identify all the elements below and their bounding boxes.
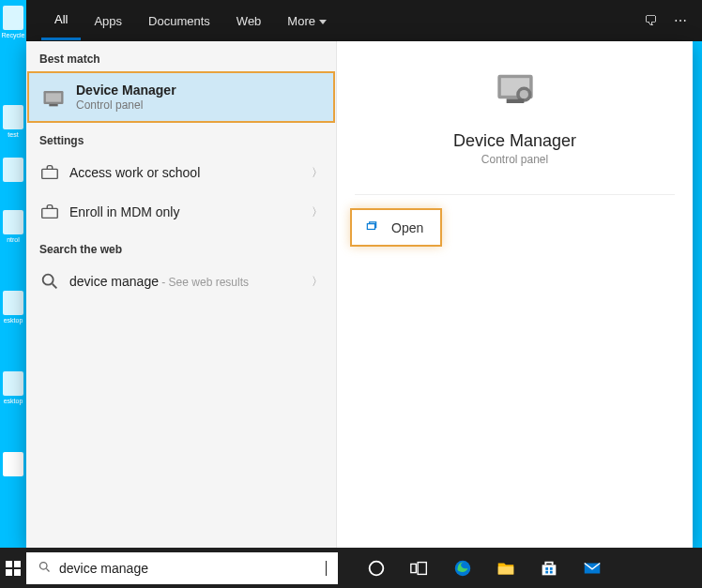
taskbar <box>0 548 702 588</box>
svg-line-6 <box>53 284 57 289</box>
results-list: Best match Device Manager Control panel … <box>26 41 336 548</box>
chevron-right-icon: 〉 <box>312 165 323 181</box>
svg-point-19 <box>370 561 384 575</box>
desktop-icon[interactable] <box>0 446 26 499</box>
desktop-icon[interactable]: esktop <box>0 366 26 418</box>
text-cursor <box>326 561 327 576</box>
tab-documents[interactable]: Documents <box>135 3 223 39</box>
chevron-right-icon: 〉 <box>312 204 323 220</box>
briefcase-icon <box>39 162 60 183</box>
tabs-bar: All Apps Documents Web More 🗨 ⋯ <box>26 0 702 41</box>
svg-rect-13 <box>6 561 12 567</box>
svg-rect-24 <box>542 565 557 575</box>
search-icon <box>38 560 52 577</box>
desktop-icon[interactable] <box>0 152 26 204</box>
svg-rect-2 <box>49 104 57 106</box>
tab-apps[interactable]: Apps <box>81 3 135 39</box>
task-icons <box>355 548 614 588</box>
svg-rect-20 <box>411 564 417 572</box>
svg-rect-26 <box>550 567 553 570</box>
chevron-down-icon <box>319 20 327 24</box>
svg-point-10 <box>519 90 527 98</box>
search-box[interactable] <box>26 552 338 584</box>
tab-more[interactable]: More <box>274 3 340 39</box>
svg-point-5 <box>43 275 53 285</box>
svg-rect-15 <box>6 569 12 576</box>
svg-rect-16 <box>14 569 21 576</box>
svg-rect-14 <box>14 561 21 567</box>
explorer-icon[interactable] <box>484 548 527 588</box>
svg-rect-21 <box>418 562 426 574</box>
best-match-header: Best match <box>26 41 336 71</box>
svg-rect-28 <box>550 570 553 573</box>
tab-all[interactable]: All <box>41 1 81 40</box>
start-button[interactable] <box>0 548 26 588</box>
feedback-icon[interactable]: 🗨 <box>644 13 657 28</box>
settings-header: Settings <box>26 123 336 153</box>
preview-subtitle: Control panel <box>481 153 548 166</box>
svg-point-17 <box>40 562 48 569</box>
svg-rect-23 <box>498 566 514 574</box>
web-header: Search the web <box>26 232 336 262</box>
desktop-icon[interactable]: esktop <box>0 285 26 338</box>
briefcase-icon <box>39 202 60 222</box>
desktop-icon[interactable]: ntrol <box>0 204 26 257</box>
desktop-icon[interactable]: Recycle <box>0 0 26 53</box>
result-title: Device Manager <box>76 83 322 98</box>
chevron-right-icon: 〉 <box>312 274 323 290</box>
open-label: Open <box>391 220 423 235</box>
result-web-search[interactable]: device manage - See web results 〉 <box>26 262 336 301</box>
cortana-icon[interactable] <box>355 548 398 588</box>
svg-rect-3 <box>42 169 58 178</box>
result-title: Access work or school <box>69 165 312 180</box>
result-title: Enroll in MDM only <box>69 204 312 219</box>
mail-icon[interactable] <box>571 548 614 588</box>
result-enroll-mdm[interactable]: Enroll in MDM only 〉 <box>26 192 336 232</box>
result-access-work-school[interactable]: Access work or school 〉 <box>26 153 336 192</box>
ellipsis-icon[interactable]: ⋯ <box>674 13 687 28</box>
tab-web[interactable]: Web <box>223 3 275 39</box>
desktop-area: Recycle test ntrol esktop esktop <box>0 0 26 548</box>
result-preview: Device Manager Control panel Open <box>336 41 693 548</box>
svg-rect-25 <box>545 567 548 570</box>
result-subtitle: Control panel <box>76 98 322 112</box>
open-button[interactable]: Open <box>350 208 442 247</box>
open-icon <box>365 219 380 235</box>
divider <box>355 194 675 195</box>
result-device-manager[interactable]: Device Manager Control panel <box>27 71 335 123</box>
edge-icon[interactable] <box>441 548 484 588</box>
device-manager-large-icon <box>489 64 542 116</box>
result-title: device manage - See web results <box>69 274 312 289</box>
desktop-icon[interactable]: test <box>0 99 26 152</box>
search-input[interactable] <box>59 561 325 576</box>
svg-rect-4 <box>42 208 58 218</box>
preview-title: Device Manager <box>453 131 576 151</box>
svg-rect-1 <box>46 93 61 101</box>
svg-rect-12 <box>367 224 374 230</box>
svg-rect-27 <box>545 570 548 573</box>
search-results-panel: Best match Device Manager Control panel … <box>26 41 693 548</box>
device-manager-icon <box>40 84 67 111</box>
svg-line-18 <box>46 568 49 571</box>
taskview-icon[interactable] <box>398 548 441 588</box>
svg-rect-11 <box>506 98 524 103</box>
store-icon[interactable] <box>527 548 571 588</box>
search-icon <box>39 271 60 292</box>
